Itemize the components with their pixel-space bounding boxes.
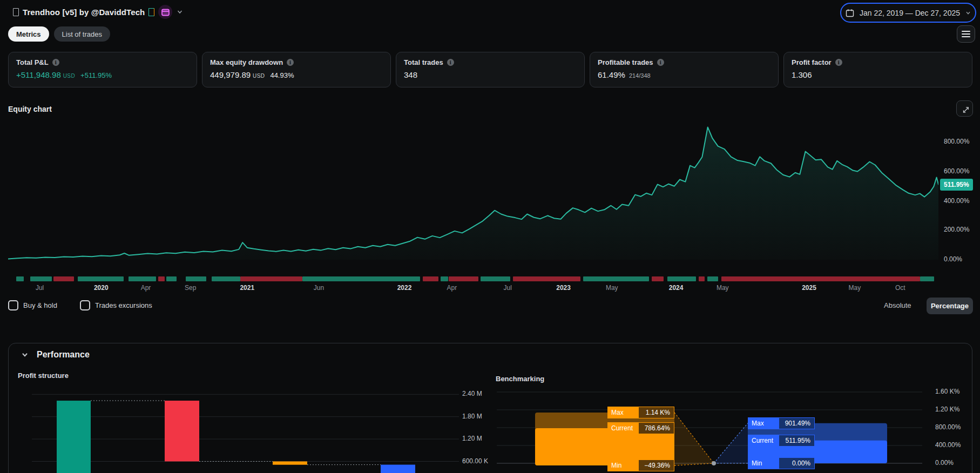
equity-y-tick: 800.00% xyxy=(944,138,969,145)
report-layout-button[interactable] xyxy=(957,25,975,43)
tab-metrics[interactable]: Metrics xyxy=(8,26,49,42)
label-name: Max xyxy=(748,417,779,429)
metric-value: 1.306 xyxy=(792,70,812,79)
bench-y-tick: 800.00% xyxy=(935,423,961,431)
unknown-glyph-icon xyxy=(148,8,154,16)
metric-value: 61.49% xyxy=(598,70,625,79)
label-name: Current xyxy=(748,435,779,447)
label-name: Max xyxy=(607,407,639,418)
metric-label-row: Max equity drawdowni xyxy=(210,58,383,66)
metric-currency: USD xyxy=(253,73,265,79)
trade-segment xyxy=(707,276,719,281)
unknown-glyph-icon xyxy=(13,8,19,16)
metric-value-row: 61.49%214/348 xyxy=(598,70,771,79)
equity-x-tick: Jul xyxy=(504,284,512,292)
metric-extra: 44.93% xyxy=(270,71,294,79)
expand-chart-button[interactable] xyxy=(956,100,973,117)
trade-segment xyxy=(302,276,420,281)
metric-card-total-trades: Total tradesi348 xyxy=(396,52,585,87)
equity-x-tick: May xyxy=(849,284,861,292)
equity-current-value-badge: 511.95% xyxy=(940,179,973,191)
section-collapse-chevron-icon[interactable] xyxy=(21,350,29,359)
metric-cards-row: Total P&Li+511,948.98USD+511.95%Max equi… xyxy=(8,52,972,87)
bar-gross-loss xyxy=(165,401,199,461)
trade-segment xyxy=(667,276,696,281)
trade-segment xyxy=(30,276,51,281)
equity-x-tick: 2020 xyxy=(94,284,109,292)
calendar-icon xyxy=(845,8,855,18)
profit-y-tick: 2.40 M xyxy=(462,390,482,397)
equity-area-fill xyxy=(8,127,938,260)
buy-and-hold-max-label: Max1.14 K% xyxy=(607,407,674,418)
equity-y-tick: 200.00% xyxy=(944,226,969,233)
trade-segment xyxy=(212,276,240,281)
buy-and-hold-label[interactable]: Buy & hold xyxy=(23,301,57,309)
metric-card-max-equity-drawdown: Max equity drawdowni449,979.89USD44.93% xyxy=(202,52,391,87)
trade-segment xyxy=(441,276,448,281)
strategy-title: Trendhoo [v5] by @DaviddTech xyxy=(23,8,145,17)
equity-curve-chart[interactable] xyxy=(8,116,938,261)
metric-label-row: Profitable tradesi xyxy=(598,58,771,66)
trade-segment xyxy=(423,276,438,281)
trade-segment xyxy=(53,276,74,281)
bench-y-tick: 400.00% xyxy=(935,441,961,449)
equity-x-tick: Jul xyxy=(36,284,44,292)
profit-y-tick: 1.80 M xyxy=(462,413,482,420)
trade-segment xyxy=(721,276,921,281)
equity-y-tick: 0.00% xyxy=(944,255,962,263)
buy-and-hold-checkbox[interactable] xyxy=(8,300,18,310)
calendar-emoji-icon xyxy=(158,5,172,19)
strategy-current-label: Current511.95% xyxy=(748,435,815,447)
metric-label: Total trades xyxy=(404,58,443,66)
info-icon[interactable]: i xyxy=(287,59,294,66)
window-title-row: Trendhoo [v5] by @DaviddTech xyxy=(13,6,184,18)
metric-label: Max equity drawdown xyxy=(210,58,283,66)
trade-segment xyxy=(449,276,478,281)
metric-label: Profitable trades xyxy=(598,58,653,66)
metric-value-row: 1.306 xyxy=(792,70,964,79)
chevron-down-icon xyxy=(965,10,971,16)
bench-y-tick: 1.20 K% xyxy=(935,406,959,413)
percentage-toggle[interactable]: Percentage xyxy=(927,298,973,314)
title-chevron-down-icon[interactable] xyxy=(176,8,184,16)
bar-gross-profit xyxy=(57,401,91,473)
equity-x-tick: 2025 xyxy=(802,284,816,292)
date-range-text: Jan 22, 2019 — Dec 27, 2025 xyxy=(860,9,960,17)
label-name: Min xyxy=(748,457,779,469)
convergence-dot xyxy=(712,461,716,465)
bench-y-tick: 0.00% xyxy=(935,459,954,467)
metric-label: Total P&L xyxy=(16,58,49,66)
equity-x-tick: 2022 xyxy=(397,284,412,292)
strategy-min-label: Min0.00% xyxy=(748,457,815,469)
info-icon[interactable]: i xyxy=(52,59,59,66)
info-icon[interactable]: i xyxy=(447,59,454,66)
bar-net-profit xyxy=(381,465,415,473)
equity-chart-title: Equity chart xyxy=(8,105,52,113)
trade-segment xyxy=(16,276,24,281)
label-value: 0.00% xyxy=(779,457,815,469)
profit-structure-chart[interactable] xyxy=(16,386,494,473)
equity-y-tick: 400.00% xyxy=(944,197,969,205)
metric-label-row: Profit factori xyxy=(792,58,964,66)
trade-segment xyxy=(699,276,704,281)
info-icon[interactable]: i xyxy=(835,59,842,66)
date-range-picker[interactable]: Jan 22, 2019 — Dec 27, 2025 xyxy=(840,3,976,23)
bar-commission xyxy=(273,462,307,465)
info-icon[interactable]: i xyxy=(657,59,664,66)
trade-segment xyxy=(166,276,177,281)
equity-x-tick: Jun xyxy=(314,284,324,292)
benchmarking-chart[interactable] xyxy=(496,384,928,473)
trade-segment xyxy=(583,276,649,281)
maximize-icon xyxy=(959,103,970,114)
equity-x-tick: 2023 xyxy=(556,284,571,292)
strategy-max-label: Max901.49% xyxy=(748,417,815,429)
benchmarking-title: Benchmarking xyxy=(496,375,544,383)
tab-list-of-trades[interactable]: List of trades xyxy=(54,26,110,42)
trade-segment xyxy=(158,276,165,281)
label-value: 1.14 K% xyxy=(639,407,674,418)
trades-excursions-checkbox[interactable] xyxy=(80,300,90,310)
absolute-toggle[interactable]: Absolute xyxy=(884,301,911,309)
buy-and-hold-min-label: Min−49.36% xyxy=(607,460,674,471)
metric-label-row: Total tradesi xyxy=(404,58,577,66)
trades-excursions-label[interactable]: Trades excursions xyxy=(95,301,152,309)
